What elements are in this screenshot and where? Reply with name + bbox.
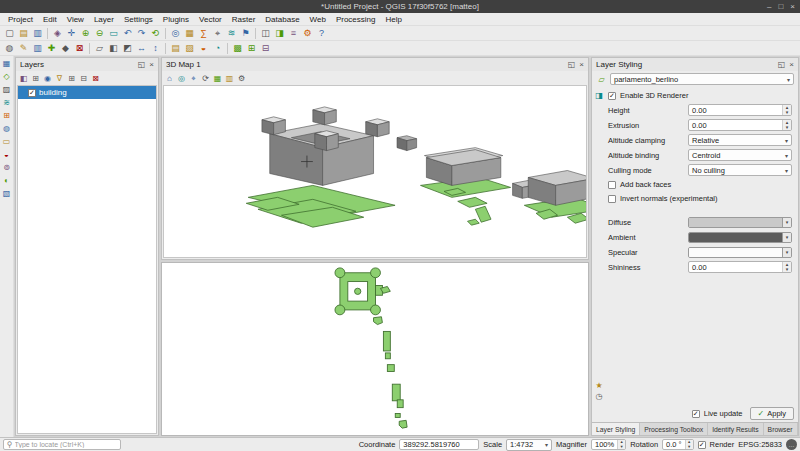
vertex-tool-icon[interactable]: ◆ bbox=[59, 42, 72, 55]
add-group-icon[interactable]: ⊞ bbox=[30, 73, 41, 84]
history-icon[interactable]: ◷ bbox=[594, 391, 605, 402]
coordinate-input[interactable] bbox=[403, 440, 475, 449]
processing-toolbox-icon[interactable]: ⚙ bbox=[301, 27, 314, 40]
animations-icon[interactable]: ⟳ bbox=[200, 73, 211, 84]
minimize-icon[interactable]: – bbox=[767, 2, 771, 11]
invert-normals-checkbox[interactable] bbox=[608, 195, 616, 203]
expand-all-icon[interactable]: ⊞ bbox=[66, 73, 77, 84]
new-virtual-layer-icon[interactable]: ⊟ bbox=[259, 42, 272, 55]
spin-down-icon[interactable]: ▾ bbox=[686, 445, 693, 450]
datasource-manager-icon[interactable]: ▦ bbox=[1, 58, 12, 69]
zoom-full-3d-icon[interactable]: ◎ bbox=[176, 73, 187, 84]
float-panel-icon[interactable]: ◱ bbox=[138, 60, 146, 69]
add-spatialite-layer-icon[interactable]: ▭ bbox=[1, 136, 12, 147]
close-panel-icon[interactable]: × bbox=[149, 60, 154, 69]
3d-viewport[interactable] bbox=[163, 85, 587, 258]
diffuse-color-button[interactable]: ▾ bbox=[688, 217, 792, 228]
spin-down-icon[interactable]: ▾ bbox=[618, 445, 625, 450]
invert-normals-row[interactable]: Invert normals (experimental) bbox=[608, 193, 792, 204]
new-geopackage-layer-icon[interactable]: ⊞ bbox=[245, 42, 258, 55]
layer-item-building[interactable]: ✓ building bbox=[18, 86, 156, 99]
layers-tree[interactable]: ✓ building bbox=[17, 85, 157, 434]
menu-settings[interactable]: Settings bbox=[119, 15, 158, 24]
menu-web[interactable]: Web bbox=[305, 15, 331, 24]
remove-layer-icon[interactable]: ⊠ bbox=[90, 73, 101, 84]
render-row[interactable]: ✓ Render bbox=[698, 439, 735, 450]
tab-identify-results[interactable]: Identify Results bbox=[708, 423, 763, 435]
add-back-faces-row[interactable]: Add back faces bbox=[608, 179, 792, 190]
identify-features-icon[interactable]: ◎ bbox=[169, 27, 182, 40]
configure-3d-icon[interactable]: ⚙ bbox=[236, 73, 247, 84]
styling-layer-select[interactable]: parlamento_berlino ▾ bbox=[610, 73, 794, 85]
map-canvas[interactable] bbox=[161, 262, 589, 436]
add-back-faces-checkbox[interactable] bbox=[608, 181, 616, 189]
chevron-down-icon[interactable]: ▾ bbox=[782, 248, 791, 257]
menu-help[interactable]: Help bbox=[380, 15, 406, 24]
extrusion-spinner[interactable]: 0.00 ▴▾ bbox=[688, 119, 792, 131]
manage-map-themes-icon[interactable]: ◉ bbox=[42, 73, 53, 84]
rotation-spinner[interactable]: 0.0 ° ▴▾ bbox=[662, 439, 694, 450]
maximize-icon[interactable]: □ bbox=[778, 2, 783, 11]
specular-color-button[interactable]: ▾ bbox=[688, 247, 792, 258]
tab-browser[interactable]: Browser bbox=[764, 423, 798, 435]
add-oracle-layer-icon[interactable]: ⊚ bbox=[1, 162, 12, 173]
new-shapefile-layer-icon[interactable]: ▩ bbox=[231, 42, 244, 55]
pinned-labels-icon[interactable]: ◔ bbox=[211, 42, 224, 55]
bookmarks-icon[interactable]: ⚑ bbox=[239, 27, 252, 40]
add-wms-layer-icon[interactable]: ◐ bbox=[1, 175, 12, 186]
paste-features-icon[interactable]: ◩ bbox=[121, 42, 134, 55]
spin-down-icon[interactable]: ▾ bbox=[783, 267, 791, 272]
zoom-next-icon[interactable]: ↷ bbox=[135, 27, 148, 40]
zoom-full-icon[interactable]: ▭ bbox=[107, 27, 120, 40]
menu-raster[interactable]: Raster bbox=[227, 15, 261, 24]
apply-button[interactable]: ✓ Apply bbox=[750, 407, 794, 420]
chevron-down-icon[interactable]: ▾ bbox=[782, 233, 791, 242]
locate-box[interactable]: ⚲ bbox=[3, 439, 121, 450]
menu-database[interactable]: Database bbox=[260, 15, 304, 24]
enable-3d-checkbox[interactable]: ✓ bbox=[608, 92, 616, 100]
current-edits-icon[interactable]: ◍ bbox=[3, 42, 16, 55]
float-panel-icon[interactable]: ◱ bbox=[778, 60, 786, 69]
tab-processing-toolbox[interactable]: Processing Toolbox bbox=[640, 423, 708, 435]
coordinate-box[interactable] bbox=[399, 439, 479, 450]
menu-edit[interactable]: Edit bbox=[38, 15, 62, 24]
add-vector-layer-icon[interactable]: ◇ bbox=[1, 71, 12, 82]
altitude-binding-select[interactable]: Centroid ▾ bbox=[688, 149, 792, 161]
copy-features-icon[interactable]: ◧ bbox=[107, 42, 120, 55]
open-layer-styling-icon[interactable]: ◧ bbox=[18, 73, 29, 84]
undo-icon[interactable]: ↔ bbox=[135, 42, 148, 55]
spin-down-icon[interactable]: ▾ bbox=[783, 125, 791, 130]
layer-diagram-options-icon[interactable]: ◒ bbox=[197, 42, 210, 55]
float-panel-icon[interactable]: ◱ bbox=[568, 60, 576, 69]
altitude-clamping-select[interactable]: Relative ▾ bbox=[688, 134, 792, 146]
save-project-icon[interactable]: ▥ bbox=[31, 27, 44, 40]
magnifier-spinner[interactable]: 100% ▴▾ bbox=[591, 439, 626, 450]
temporal-controller-icon[interactable]: ≋ bbox=[225, 27, 238, 40]
menu-plugins[interactable]: Plugins bbox=[158, 15, 194, 24]
new-project-icon[interactable]: ▢ bbox=[3, 27, 16, 40]
render-checkbox[interactable]: ✓ bbox=[698, 441, 706, 449]
close-panel-icon[interactable]: × bbox=[789, 60, 794, 69]
measure-3d-icon[interactable]: ▦ bbox=[212, 73, 223, 84]
menu-vector[interactable]: Vector bbox=[194, 15, 227, 24]
add-feature-icon[interactable]: ✚ bbox=[45, 42, 58, 55]
delete-selected-icon[interactable]: ⊠ bbox=[73, 42, 86, 55]
style-manager-icon[interactable]: ◈ bbox=[51, 27, 64, 40]
layer-visibility-checkbox[interactable]: ✓ bbox=[28, 89, 36, 97]
add-delimited-text-layer-icon[interactable]: ⊞ bbox=[1, 110, 12, 121]
redo-icon[interactable]: ↕ bbox=[149, 42, 162, 55]
add-wfs-layer-icon[interactable]: ▧ bbox=[1, 188, 12, 199]
new-3d-map-view-icon[interactable]: ◨ bbox=[273, 27, 286, 40]
live-update-row[interactable]: ✓ Live update bbox=[692, 408, 743, 419]
field-calculator-icon[interactable]: ∑ bbox=[197, 27, 210, 40]
add-raster-layer-icon[interactable]: ▨ bbox=[1, 84, 12, 95]
filter-legend-icon[interactable]: ∇ bbox=[54, 73, 65, 84]
spin-down-icon[interactable]: ▾ bbox=[783, 110, 791, 115]
culling-mode-select[interactable]: No culling ▾ bbox=[688, 164, 792, 176]
close-icon[interactable]: × bbox=[790, 2, 795, 11]
tab-3d-view-icon[interactable]: ◨ bbox=[594, 90, 605, 101]
identify-3d-icon[interactable]: ⌖ bbox=[188, 73, 199, 84]
add-mesh-layer-icon[interactable]: ≋ bbox=[1, 97, 12, 108]
message-log-icon[interactable]: … bbox=[786, 439, 797, 450]
enable-3d-renderer-row[interactable]: ✓ Enable 3D Renderer bbox=[608, 90, 792, 101]
